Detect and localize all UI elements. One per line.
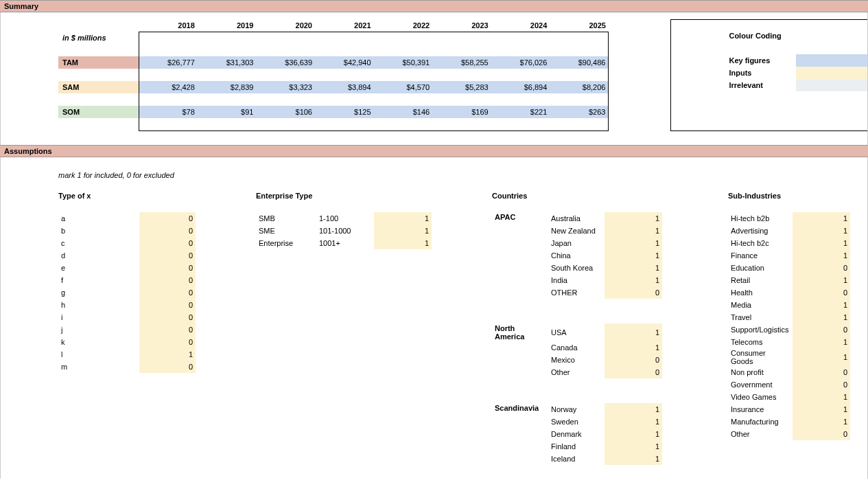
subind-value[interactable]: 1 <box>793 403 850 416</box>
metric-value: $3,323 <box>256 81 315 93</box>
country-value[interactable]: 1 <box>605 249 662 262</box>
country-value[interactable]: 0 <box>605 354 662 366</box>
metric-value: $31,303 <box>198 56 257 69</box>
metric-value: $5,283 <box>432 81 491 93</box>
country-value[interactable]: 1 <box>605 212 662 225</box>
metric-value: $221 <box>491 106 550 118</box>
legend-title: Colour Coding <box>671 30 795 42</box>
metric-value: $78 <box>139 106 198 118</box>
typex-value[interactable]: 0 <box>139 237 196 249</box>
subind-name: Insurance <box>728 403 793 416</box>
region-label: North America <box>492 323 548 341</box>
summary-content: 20182019202020212022202320242025in $ mil… <box>0 12 868 145</box>
country-value[interactable]: 0 <box>605 286 662 299</box>
metric-value: $3,894 <box>315 81 374 93</box>
subind-value[interactable]: 1 <box>793 274 850 286</box>
country-name: Sweden <box>548 416 605 428</box>
typex-value[interactable]: 0 <box>139 286 196 299</box>
year-header: 2025 <box>550 19 609 32</box>
type-x-table: a0b0c0d0e0f0g0h0i0j0k0l1m0 <box>58 212 196 373</box>
country-value[interactable]: 1 <box>605 440 662 453</box>
country-name: USA <box>548 323 605 341</box>
typex-value[interactable]: 0 <box>139 212 196 225</box>
typex-key: i <box>58 311 139 323</box>
metric-value: $76,026 <box>491 56 550 69</box>
subind-name: Retail <box>728 274 793 286</box>
metric-value: $8,206 <box>550 81 609 93</box>
legend-item-label: Irrelevant <box>671 79 795 91</box>
enterprise-range: 1-100 <box>316 212 374 225</box>
enterprise-value[interactable]: 1 <box>374 225 432 237</box>
subind-value[interactable]: 1 <box>793 225 850 237</box>
country-value[interactable]: 1 <box>605 274 662 286</box>
legend-box: Colour CodingKey figuresInputsIrrelevant <box>670 19 867 131</box>
typex-key: f <box>58 274 139 286</box>
country-name: Denmark <box>548 428 605 440</box>
typex-value[interactable]: 0 <box>139 336 196 348</box>
section-header-summary: Summary <box>0 0 868 12</box>
typex-key: m <box>58 361 139 373</box>
subind-name: Education <box>728 262 793 274</box>
country-value[interactable]: 1 <box>605 262 662 274</box>
country-name: Iceland <box>548 453 605 465</box>
subind-value[interactable]: 0 <box>793 323 850 336</box>
subind-value[interactable]: 0 <box>793 286 850 299</box>
country-name: Finland <box>548 440 605 453</box>
enterprise-range: 1001+ <box>316 237 374 249</box>
summary-table: 20182019202020212022202320242025in $ mil… <box>58 19 609 131</box>
subind-value[interactable]: 1 <box>793 311 850 323</box>
country-name: Japan <box>548 237 605 249</box>
subind-value[interactable]: 1 <box>793 416 850 428</box>
subind-name: Support/Logistics <box>728 323 793 336</box>
typex-value[interactable]: 0 <box>139 323 196 336</box>
subind-value[interactable]: 1 <box>793 348 850 366</box>
typex-value[interactable]: 0 <box>139 225 196 237</box>
subind-value[interactable]: 1 <box>793 299 850 311</box>
enterprise-type: SME <box>256 225 316 237</box>
metric-value: $90,486 <box>550 56 609 69</box>
country-value[interactable]: 1 <box>605 453 662 465</box>
region-label: Scandinavia <box>492 403 548 416</box>
country-value[interactable]: 1 <box>605 323 662 341</box>
country-name: Norway <box>548 403 605 416</box>
subind-value[interactable]: 1 <box>793 391 850 403</box>
typex-value[interactable]: 0 <box>139 361 196 373</box>
metric-value: $50,391 <box>374 56 433 69</box>
country-value[interactable]: 1 <box>605 428 662 440</box>
country-name: South Korea <box>548 262 605 274</box>
subind-value[interactable]: 0 <box>793 262 850 274</box>
enterprise-value[interactable]: 1 <box>374 237 432 249</box>
country-value[interactable]: 1 <box>605 237 662 249</box>
subind-value[interactable]: 1 <box>793 249 850 262</box>
typex-key: b <box>58 225 139 237</box>
typex-value[interactable]: 0 <box>139 299 196 311</box>
region-label: APAC <box>492 212 548 225</box>
subind-value[interactable]: 0 <box>793 428 850 440</box>
legend-item-label: Key figures <box>671 54 795 67</box>
typex-value[interactable]: 0 <box>139 262 196 274</box>
year-header: 2020 <box>256 19 315 32</box>
subind-value[interactable]: 1 <box>793 212 850 225</box>
year-header: 2018 <box>139 19 198 32</box>
assumptions-content: mark 1 for included, 0 for excluded Type… <box>0 157 868 479</box>
country-value[interactable]: 1 <box>605 403 662 416</box>
unit-note: in $ millions <box>58 32 139 44</box>
country-value[interactable]: 1 <box>605 416 662 428</box>
section-header-assumptions: Assumptions <box>0 145 868 157</box>
typex-value[interactable]: 0 <box>139 311 196 323</box>
typex-key: d <box>58 249 139 262</box>
typex-value[interactable]: 1 <box>139 348 196 361</box>
country-value[interactable]: 1 <box>605 225 662 237</box>
typex-value[interactable]: 0 <box>139 249 196 262</box>
enterprise-value[interactable]: 1 <box>374 212 432 225</box>
country-value[interactable]: 1 <box>605 341 662 354</box>
subind-name: Video Games <box>728 391 793 403</box>
subind-value[interactable]: 0 <box>793 378 850 391</box>
subind-value[interactable]: 0 <box>793 366 850 378</box>
subind-name: Hi-tech b2c <box>728 237 793 249</box>
subind-value[interactable]: 1 <box>793 237 850 249</box>
metric-value: $6,894 <box>491 81 550 93</box>
subind-value[interactable]: 1 <box>793 336 850 348</box>
typex-value[interactable]: 0 <box>139 274 196 286</box>
country-value[interactable]: 0 <box>605 366 662 378</box>
